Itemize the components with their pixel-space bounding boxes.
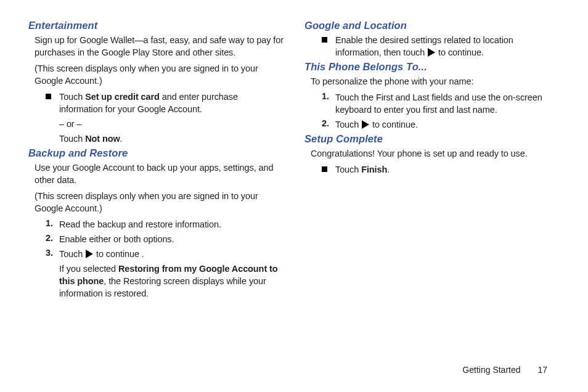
footer-section-name: Getting Started <box>462 365 520 375</box>
heading-setup-complete: Setup Complete <box>304 133 560 145</box>
entertainment-bullet-1: Touch Set up credit card and enter purch… <box>46 91 284 115</box>
belongs-step-2: 2. Touch to continue. <box>322 118 560 131</box>
step-text: Touch to continue . <box>59 248 284 260</box>
text-part: Enable the desired settings related to l… <box>335 35 513 57</box>
step-text: Enable either or both options. <box>59 233 284 245</box>
not-now-label: Not now <box>85 134 120 144</box>
two-column-layout: Entertainment Sign up for Google Wallet—… <box>28 20 560 302</box>
text-part: Touch <box>59 134 85 144</box>
entertainment-p1: Sign up for Google Wallet—a fast, easy, … <box>35 34 284 59</box>
finish-label: Finish <box>361 165 387 174</box>
backup-step-1: 1. Read the backup and restore informati… <box>46 218 284 231</box>
backup-step-2: 2. Enable either or both options. <box>46 233 284 245</box>
text-part: Touch <box>59 249 85 259</box>
square-bullet-icon <box>46 94 51 99</box>
continue-arrow-icon <box>362 120 369 129</box>
location-bullet-1-text: Enable the desired settings related to l… <box>335 34 560 59</box>
backup-p1: Use your Google Account to back up your … <box>35 161 284 186</box>
heading-entertainment: Entertainment <box>28 20 284 31</box>
setup-complete-bullet-1: Touch Finish. <box>322 163 560 176</box>
location-bullet-1: Enable the desired settings related to l… <box>322 34 560 59</box>
heading-backup-restore: Backup and Restore <box>28 147 284 159</box>
page-footer: Getting Started 17 <box>462 365 547 375</box>
footer-page-number: 17 <box>537 365 547 375</box>
square-bullet-icon <box>322 37 327 43</box>
text-part: Touch <box>335 165 361 174</box>
or-separator: – or – <box>59 118 284 130</box>
text-part: Touch <box>335 120 361 129</box>
belongs-p1: To personalize the phone with your name: <box>311 75 560 88</box>
step-number: 1. <box>46 218 59 228</box>
set-up-credit-card-label: Set up credit card <box>85 92 160 102</box>
step-text: Touch the First and Last fields and use … <box>335 91 560 116</box>
text-part: If you selected <box>59 264 118 274</box>
text-part: . <box>387 165 390 174</box>
step-text: Touch to continue. <box>335 118 560 131</box>
entertainment-p2: (This screen displays only when you are … <box>35 62 284 87</box>
heading-this-phone-belongs-to: This Phone Belongs To... <box>304 61 560 73</box>
backup-step-3: 3. Touch to continue . <box>46 248 284 260</box>
left-column: Entertainment Sign up for Google Wallet—… <box>28 20 284 302</box>
step-number: 3. <box>46 248 59 258</box>
step-text: Read the backup and restore information. <box>59 218 284 231</box>
text-part: to continue. <box>436 47 484 57</box>
text-part: to continue. <box>370 120 418 129</box>
backup-step-3-note: If you selected Restoring from my Google… <box>59 263 284 300</box>
square-bullet-icon <box>322 166 327 172</box>
manual-page: Entertainment Sign up for Google Wallet—… <box>0 0 588 392</box>
text-part: Touch <box>59 92 85 102</box>
belongs-step-1: 1. Touch the First and Last fields and u… <box>322 91 560 116</box>
heading-google-location: Google and Location <box>304 20 560 31</box>
setup-complete-p1: Congratulations! Your phone is set up an… <box>311 147 560 160</box>
text-part: . <box>120 134 123 144</box>
entertainment-not-now-line: Touch Not now. <box>59 133 284 145</box>
continue-arrow-icon <box>428 48 435 57</box>
text-part: to continue . <box>94 249 144 259</box>
backup-p2: (This screen displays only when you are … <box>35 190 284 214</box>
step-number: 2. <box>322 118 335 128</box>
continue-arrow-icon <box>86 250 93 258</box>
step-number: 2. <box>46 233 59 243</box>
entertainment-bullet-1-text: Touch Set up credit card and enter purch… <box>59 91 284 115</box>
step-number: 1. <box>322 91 335 101</box>
setup-complete-bullet-1-text: Touch Finish. <box>335 163 560 176</box>
right-column: Google and Location Enable the desired s… <box>304 20 560 302</box>
